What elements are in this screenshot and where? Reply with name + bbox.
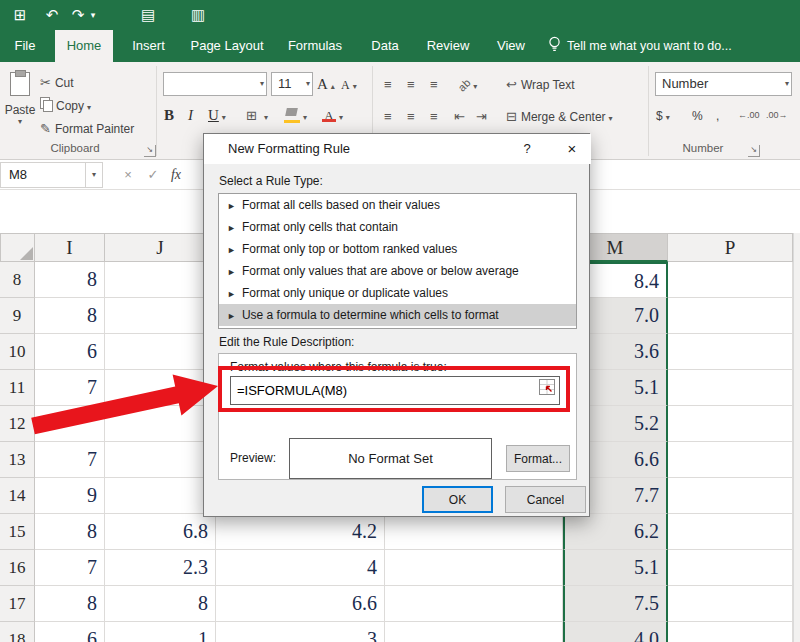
font-color-button[interactable]: A▾: [322, 103, 343, 127]
tab-formulas[interactable]: Formulas: [278, 30, 352, 62]
rule-type-option[interactable]: ►Format only cells that contain: [219, 216, 576, 238]
cell[interactable]: [385, 622, 563, 642]
increase-decimal-button[interactable]: ←.00: [738, 103, 760, 127]
cell[interactable]: 8: [35, 586, 105, 622]
copy-button[interactable]: Copy▾: [40, 93, 91, 117]
cell[interactable]: 8: [35, 298, 105, 334]
shrink-font-button[interactable]: A▾: [341, 72, 357, 96]
enter-entry-icon[interactable]: ✓: [143, 162, 163, 188]
cell[interactable]: [105, 298, 216, 334]
tab-page-layout[interactable]: Page Layout: [184, 30, 270, 62]
cell[interactable]: [385, 550, 563, 586]
rule-type-option-selected[interactable]: ►Use a formula to determine which cells …: [219, 304, 576, 326]
tab-review[interactable]: Review: [418, 30, 478, 62]
cell[interactable]: 7: [35, 550, 105, 586]
row-header-14[interactable]: 14: [0, 478, 35, 514]
row-header-18[interactable]: 18: [0, 622, 35, 642]
align-right-button[interactable]: ≡: [430, 104, 442, 128]
font-name-combo[interactable]: ▾: [163, 72, 267, 96]
cell[interactable]: 6: [35, 622, 105, 642]
grow-font-button[interactable]: A▴: [317, 72, 335, 96]
align-center-button[interactable]: ≡: [407, 104, 419, 128]
cell[interactable]: [105, 334, 216, 370]
cell[interactable]: 8: [105, 586, 216, 622]
ok-button[interactable]: OK: [422, 486, 493, 513]
cell[interactable]: [668, 262, 793, 298]
row-header-17[interactable]: 17: [0, 586, 35, 622]
tab-insert[interactable]: Insert: [120, 30, 177, 62]
cell[interactable]: 3: [216, 622, 385, 642]
percent-style-button[interactable]: %: [692, 103, 703, 127]
align-middle-button[interactable]: ≡: [407, 72, 419, 96]
orientation-button[interactable]: ab▾: [458, 72, 477, 96]
cancel-entry-icon[interactable]: ×: [118, 162, 138, 188]
cell[interactable]: 4.2: [216, 514, 385, 550]
paste-button[interactable]: Paste ▾: [2, 70, 38, 140]
merge-center-button[interactable]: ⊟Merge & Center▾: [506, 104, 613, 128]
clipboard-dialog-launcher[interactable]: ↘: [144, 145, 156, 157]
cell[interactable]: 9: [35, 478, 105, 514]
increase-indent-button[interactable]: ⇥: [476, 104, 491, 128]
cell[interactable]: [105, 262, 216, 298]
cell[interactable]: 8: [35, 514, 105, 550]
decrease-decimal-button[interactable]: .00→: [766, 103, 788, 127]
rule-type-option[interactable]: ►Format all cells based on their values: [219, 194, 576, 216]
bold-button[interactable]: B: [164, 103, 174, 127]
number-format-combo[interactable]: Number ▾: [655, 72, 792, 96]
cell[interactable]: 8: [35, 262, 105, 298]
cell[interactable]: [668, 298, 793, 334]
cell[interactable]: [668, 442, 793, 478]
wrap-text-button[interactable]: ↩Wrap Text: [506, 72, 574, 96]
cancel-button[interactable]: Cancel: [505, 486, 586, 513]
cell[interactable]: 4: [216, 550, 385, 586]
cell[interactable]: [385, 514, 563, 550]
cell[interactable]: 7.5: [563, 586, 668, 622]
rule-type-option[interactable]: ►Format only unique or duplicate values: [219, 282, 576, 304]
cell[interactable]: [385, 586, 563, 622]
cell[interactable]: 6: [35, 334, 105, 370]
cell[interactable]: [105, 478, 216, 514]
insert-function-icon[interactable]: fx: [166, 162, 186, 188]
cell[interactable]: [668, 406, 793, 442]
cell[interactable]: 2.3: [105, 550, 216, 586]
cell[interactable]: 6.2: [563, 514, 668, 550]
format-button[interactable]: Format...: [506, 445, 570, 472]
redo-icon[interactable]: ↷: [68, 0, 88, 30]
cell[interactable]: [668, 370, 793, 406]
row-header-10[interactable]: 10: [0, 334, 35, 370]
document-icon[interactable]: ▤: [138, 0, 158, 30]
cell[interactable]: 6.8: [105, 514, 216, 550]
dialog-close-button[interactable]: ×: [554, 134, 590, 164]
column-header-P[interactable]: P: [668, 233, 793, 262]
align-left-button[interactable]: ≡: [384, 104, 396, 128]
select-all-button[interactable]: [0, 233, 35, 262]
align-top-button[interactable]: ≡: [384, 72, 396, 96]
spreadsheet-icon[interactable]: ▥: [188, 0, 208, 30]
row-header-15[interactable]: 15: [0, 514, 35, 550]
dialog-help-button[interactable]: ?: [509, 134, 545, 164]
format-painter-button[interactable]: ✎Format Painter: [40, 116, 134, 140]
rule-type-option[interactable]: ►Format only top or bottom ranked values: [219, 238, 576, 260]
name-box-caret-icon[interactable]: ▾: [86, 162, 103, 188]
cell[interactable]: 1: [105, 622, 216, 642]
cell[interactable]: 5.1: [563, 550, 668, 586]
align-bottom-button[interactable]: ≡: [430, 72, 442, 96]
fill-color-button[interactable]: ▾: [284, 103, 307, 127]
accounting-format-button[interactable]: $▾: [656, 103, 670, 127]
vertical-scrollbar[interactable]: [793, 233, 800, 642]
row-header-16[interactable]: 16: [0, 550, 35, 586]
column-header-J[interactable]: J: [105, 233, 216, 262]
decrease-indent-button[interactable]: ⇤: [454, 104, 469, 128]
comma-style-button[interactable]: ,: [716, 103, 719, 127]
underline-button[interactable]: U▾: [208, 103, 226, 127]
undo-icon[interactable]: ↶: [42, 0, 62, 30]
cell[interactable]: [668, 550, 793, 586]
cell[interactable]: [668, 334, 793, 370]
cell[interactable]: 6.6: [216, 586, 385, 622]
cell[interactable]: [668, 586, 793, 622]
tab-view[interactable]: View: [485, 30, 537, 62]
tab-home[interactable]: Home: [55, 30, 113, 62]
row-header-8[interactable]: 8: [0, 262, 35, 298]
font-size-combo[interactable]: 11 ▾: [271, 72, 313, 96]
row-header-9[interactable]: 9: [0, 298, 35, 334]
